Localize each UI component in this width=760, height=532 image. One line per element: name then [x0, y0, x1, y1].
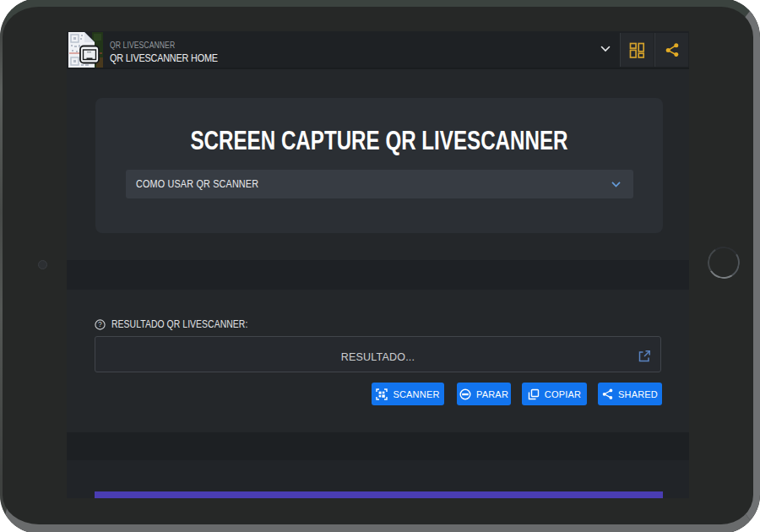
svg-text:?: ?	[98, 320, 102, 328]
